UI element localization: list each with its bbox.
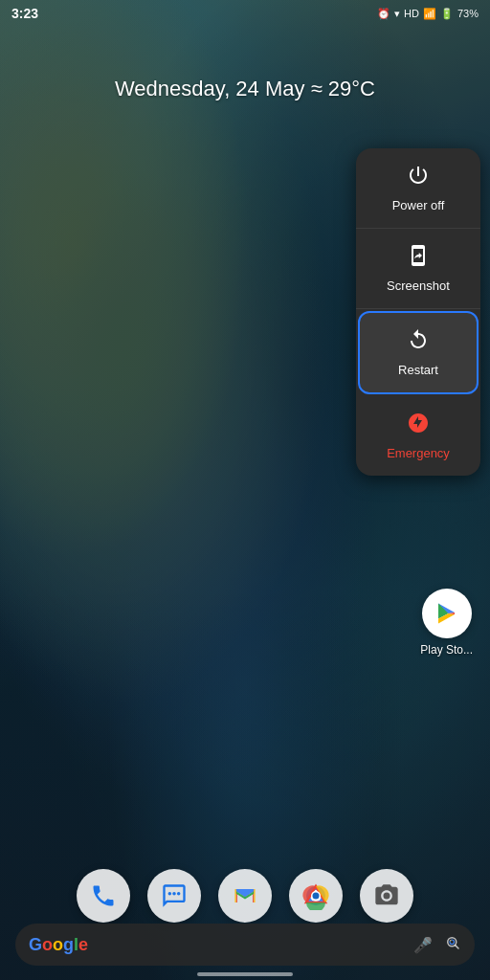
svg-point-12 [450, 940, 452, 942]
alarm-icon: ⏰ [377, 8, 390, 20]
home-indicator [197, 972, 293, 976]
svg-point-3 [177, 892, 181, 896]
play-store-button[interactable]: Play Sto... [420, 589, 473, 657]
search-lens-icon[interactable] [444, 934, 461, 955]
camera-app-button[interactable] [360, 869, 413, 923]
hd-badge: HD [404, 8, 419, 19]
svg-point-8 [313, 893, 320, 900]
google-logo: Google [29, 935, 88, 955]
restart-button[interactable]: Restart [358, 311, 479, 394]
power-icon [407, 164, 430, 192]
power-off-label: Power off [392, 198, 445, 212]
date-widget: Wednesday, 24 May ≈ 29°C [0, 77, 490, 101]
dock [0, 869, 490, 923]
status-bar: 3:23 ⏰ ▾ HD 📶 🔋 73% [0, 0, 490, 27]
power-menu: Power off Screenshot Restart Emergency [356, 148, 480, 476]
battery-text: 73% [457, 8, 479, 19]
search-bar[interactable]: Google 🎤 [15, 924, 475, 966]
restart-label: Restart [398, 363, 438, 377]
play-store-icon [422, 589, 472, 638]
screenshot-icon [407, 244, 430, 273]
chrome-app-button[interactable] [289, 869, 343, 923]
svg-point-2 [168, 892, 172, 896]
wifi-icon: ▾ [394, 8, 400, 20]
emergency-icon [407, 412, 430, 440]
status-icons: ⏰ ▾ HD 📶 🔋 73% [377, 8, 479, 20]
date-text: Wednesday, 24 May ≈ 29°C [115, 77, 375, 100]
status-time: 3:23 [11, 6, 38, 21]
emergency-button[interactable]: Emergency [356, 396, 480, 476]
screenshot-button[interactable]: Screenshot [356, 229, 480, 309]
svg-point-1 [172, 892, 176, 896]
dim-overlay [0, 0, 490, 980]
gmail-app-button[interactable] [218, 869, 272, 923]
signal-icon: 📶 [423, 8, 436, 20]
screenshot-label: Screenshot [387, 278, 450, 293]
search-mic-icon[interactable]: 🎤 [413, 936, 433, 954]
battery-icon: 🔋 [440, 8, 454, 20]
emergency-label: Emergency [387, 446, 450, 460]
svg-point-9 [384, 893, 390, 900]
power-off-button[interactable]: Power off [356, 148, 480, 229]
phone-app-button[interactable] [77, 869, 130, 923]
restart-icon [407, 328, 430, 357]
play-store-label: Play Sto... [420, 643, 473, 657]
messages-app-button[interactable] [147, 869, 201, 923]
